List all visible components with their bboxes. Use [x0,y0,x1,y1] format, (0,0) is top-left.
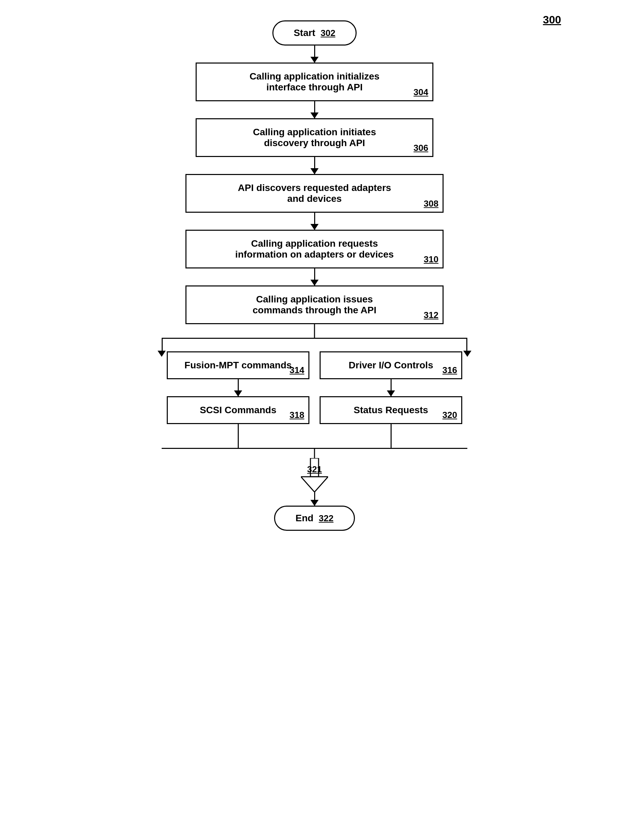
step-318: SCSI Commands 318 [167,396,309,424]
arrow-314 [238,379,239,396]
arrow-to-end [314,492,315,505]
line-318-merge [238,424,239,448]
arrow-1 [314,46,315,63]
diagram-container: 300 Start 302 Calling application initia… [0,0,629,840]
svg-marker-1 [301,477,328,492]
hollow-arrow-icon [301,458,328,492]
branch-tbar [162,324,467,351]
end-node: End 322 [274,505,355,531]
left-branch: Fusion-MPT commands 314 SCSI Commands 31… [162,351,314,448]
arrow-5 [314,268,315,286]
arrow-4 [314,213,315,230]
step-312: Calling application issues commands thro… [186,286,443,324]
step-308: API discovers requested adapters and dev… [186,174,443,213]
branch-boxes: Fusion-MPT commands 314 SCSI Commands 31… [145,351,484,448]
merge-bar [162,448,467,458]
figure-number: 300 [543,14,561,26]
step-320: Status Requests 320 [320,396,462,424]
merge-id: 321 [307,464,322,475]
start-step: Start 302 [0,21,629,46]
arrow-2 [314,101,315,118]
right-branch: Driver I/O Controls 316 Status Requests … [314,351,467,448]
arrow-3 [314,157,315,174]
step-306: Calling application initiates discovery … [195,118,434,157]
line-320-merge [391,424,392,448]
start-node: Start 302 [273,21,357,46]
arrow-316 [391,379,392,396]
merge-arrow-321: 321 [301,458,328,492]
step-310: Calling application requests information… [186,230,443,268]
step-316: Driver I/O Controls 316 [320,351,462,379]
step-314: Fusion-MPT commands 314 [167,351,309,379]
step-304: Calling application initializes interfac… [195,63,434,101]
